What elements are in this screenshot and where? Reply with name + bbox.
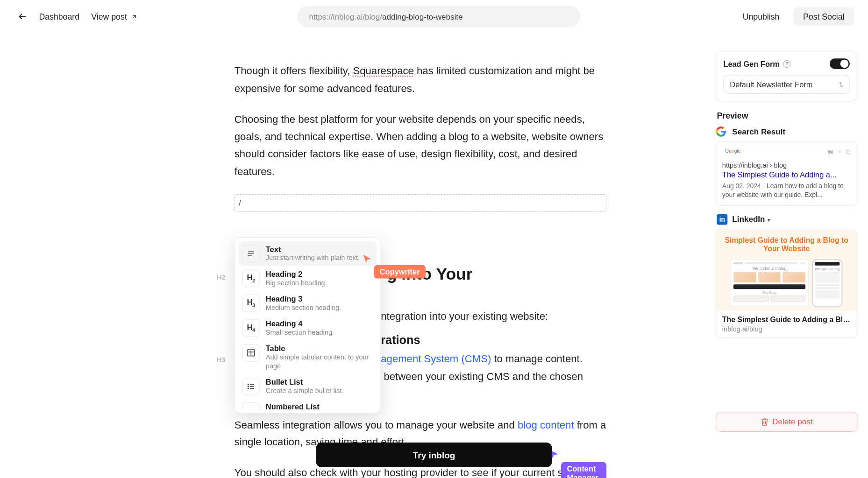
- svg-point-9: [248, 386, 249, 387]
- svg-text:Google: Google: [725, 148, 740, 154]
- leadgen-card: Lead Gen Form ? Default Newsletter Form …: [716, 51, 857, 102]
- menu-item-title: Text: [266, 245, 360, 254]
- chevron-updown-icon: ⇅: [839, 81, 843, 88]
- collab-cursor-copywriter: Copywriter: [374, 265, 426, 279]
- delete-post-button[interactable]: Delete post: [716, 412, 857, 432]
- h4-icon: H4: [242, 319, 260, 337]
- svg-point-20: [841, 152, 841, 152]
- slash-menu-item-h3[interactable]: H3 Heading 3 Medium section heading.: [239, 291, 377, 316]
- help-icon[interactable]: ?: [783, 60, 791, 67]
- bullet-list-icon: [242, 378, 260, 395]
- block-gutter-h2: H2: [217, 274, 226, 281]
- slash-menu-item-table[interactable]: Table Add simple tabular content to your…: [239, 340, 377, 374]
- url-slug: adding-blog-to-website: [382, 12, 463, 21]
- menu-item-sub: Big section heading.: [266, 279, 327, 288]
- unpublish-button[interactable]: Unpublish: [737, 8, 785, 25]
- text: Seamless integration allows you to manag…: [235, 419, 518, 430]
- slash-value: /: [239, 197, 241, 207]
- slash-command-input[interactable]: /: [235, 194, 606, 211]
- menu-item-sub: Create a simple bullet list.: [266, 387, 343, 395]
- svg-point-19: [839, 152, 840, 152]
- numbered-list-icon: [242, 402, 260, 409]
- svg-rect-15: [831, 150, 832, 152]
- svg-point-11: [248, 388, 249, 389]
- editor[interactable]: Though it offers flexibility, Squarespac…: [235, 63, 606, 478]
- svg-rect-17: [831, 152, 832, 154]
- right-sidebar: Lead Gen Form ? Default Newsletter Form …: [716, 51, 857, 432]
- topbar: Dashboard View post https://inblog.ai/bl…: [0, 0, 868, 33]
- block-gutter-h3: H3: [217, 356, 226, 363]
- sr-title: The Simplest Guide to Adding a...: [722, 170, 851, 179]
- google-icon: [716, 126, 726, 137]
- paragraph[interactable]: Though it offers flexibility, Squarespac…: [235, 63, 606, 98]
- linkedin-domain: inblog.ai/blog: [722, 326, 851, 333]
- cta-try-inblog[interactable]: Try inblog: [316, 443, 552, 467]
- menu-item-sub: Just start writing with plain text.: [266, 254, 360, 263]
- search-result-preview: Google https://inblog.ai › blog The Simp…: [716, 141, 857, 205]
- menu-item-title: Bullet List: [266, 378, 343, 387]
- preview-label: Preview: [717, 111, 857, 120]
- svg-rect-14: [829, 150, 830, 152]
- view-post-link[interactable]: View post: [88, 9, 141, 23]
- link[interactable]: agement System (CMS): [381, 353, 491, 365]
- google-logo-icon: Google: [722, 148, 748, 155]
- menu-item-title: Table: [266, 344, 373, 353]
- view-post-label: View post: [91, 12, 127, 21]
- svg-point-21: [846, 150, 850, 154]
- url-slug-input[interactable]: https://inblog.ai/blog/adding-blog-to-we…: [297, 6, 581, 28]
- dashboard-link[interactable]: Dashboard: [36, 9, 83, 23]
- slash-menu-item-h4[interactable]: H4 Heading 4 Small section heading.: [239, 316, 377, 340]
- menu-item-title: Numbered List: [266, 402, 320, 409]
- linkedin-title: The Simplest Guide to Adding a Blog to..…: [722, 316, 851, 324]
- leadgen-toggle[interactable]: [830, 58, 850, 69]
- slash-menu: Text Just start writing with plain text.…: [235, 237, 381, 414]
- menu-item-sub: Small section heading.: [266, 328, 334, 337]
- slash-menu-item-bullet[interactable]: Bullet List Create a simple bullet list.: [239, 374, 377, 399]
- leadgen-label: Lead Gen Form: [723, 59, 780, 68]
- menu-item-title: Heading 3: [266, 295, 342, 303]
- table-icon: [242, 344, 260, 362]
- caret-down-icon: ▾: [766, 217, 770, 223]
- paragraph[interactable]: Choosing the best platform for your webs…: [235, 111, 606, 181]
- slash-menu-item-h2[interactable]: H2 Heading 2 Big section heading.: [239, 266, 377, 291]
- menu-item-title: Heading 2: [266, 270, 327, 279]
- slash-menu-item-text[interactable]: Text Just start writing with plain text.: [239, 241, 377, 266]
- url-prefix: https://inblog.ai/blog/: [309, 12, 382, 21]
- search-result-label: Search Result: [732, 127, 785, 136]
- form-select-value: Default Newsletter Form: [730, 80, 812, 89]
- linkedin-label[interactable]: LinkedIn ▾: [732, 215, 770, 224]
- linkedin-icon: in: [717, 214, 727, 225]
- og-image-phone: Welcome Our Blog: [812, 259, 843, 308]
- linkedin-og-headline: Simplest Guide to Adding a Blog to Your …: [721, 236, 852, 254]
- svg-point-7: [248, 384, 249, 385]
- og-image-browser: Welcome to Inblog Our Blog: [731, 259, 809, 306]
- h2-icon: H2: [242, 270, 260, 288]
- spellcheck-word: Squarespace: [353, 65, 413, 77]
- post-social-button[interactable]: Post Social: [794, 7, 854, 26]
- text-icon: [242, 245, 260, 263]
- back-icon[interactable]: [14, 8, 30, 25]
- svg-rect-16: [829, 152, 830, 154]
- search-icons: [828, 149, 851, 155]
- menu-item-title: Heading 4: [266, 319, 334, 328]
- text: to manage content.: [491, 353, 583, 365]
- svg-point-18: [838, 152, 838, 152]
- menu-item-sub: Add simple tabular content to your page: [266, 353, 373, 371]
- collab-cursor-icon: [362, 253, 373, 268]
- slash-menu-item-numbered[interactable]: Numbered List: [239, 399, 377, 409]
- link[interactable]: blog content: [518, 419, 574, 430]
- sr-url: https://inblog.ai › blog: [722, 162, 851, 169]
- menu-item-sub: Medium section heading.: [266, 303, 342, 312]
- text: Though it offers flexibility,: [235, 65, 353, 77]
- linkedin-preview: Simplest Guide to Adding a Blog to Your …: [716, 229, 857, 338]
- delete-post-label: Delete post: [772, 417, 812, 426]
- collab-cursor-content-manager: Content Manager: [561, 462, 606, 478]
- sr-desc: Aug 02, 2024 - Learn how to add a blog t…: [722, 182, 851, 199]
- form-select[interactable]: Default Newsletter Form ⇅: [723, 75, 849, 94]
- h3-icon: H3: [242, 295, 260, 312]
